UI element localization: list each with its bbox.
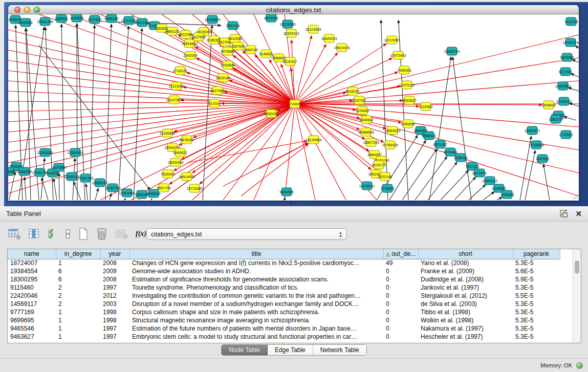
- table-row[interactable]: 969969511998Structural magnetic resonanc…: [8, 316, 560, 324]
- citation-edge-black[interactable]: [399, 20, 408, 200]
- table-cell[interactable]: Tourette syndrome. Phenomenology and cla…: [129, 283, 383, 292]
- network-node[interactable]: 1659695: [401, 120, 415, 128]
- network-node[interactable]: 7485063: [397, 66, 411, 74]
- citation-edge-red[interactable]: [8, 50, 295, 104]
- citation-edge-black[interactable]: [525, 150, 535, 200]
- network-node[interactable]: 2803144: [216, 74, 230, 82]
- network-node[interactable]: 8813054: [264, 14, 278, 22]
- citation-edge-red[interactable]: [8, 104, 295, 193]
- citation-edge-black[interactable]: [110, 193, 111, 200]
- citation-edge-black[interactable]: [564, 117, 576, 120]
- network-node[interactable]: 9463627: [402, 96, 416, 104]
- citation-edge-black[interactable]: [54, 179, 57, 200]
- close-panel-button[interactable]: ✕: [575, 210, 582, 217]
- table-cell[interactable]: 1998: [100, 308, 129, 316]
- table-cell[interactable]: Nakamura et al. (1997): [418, 324, 513, 333]
- table-cell[interactable]: Structural magnetic resonance image aver…: [129, 316, 383, 324]
- network-node[interactable]: 8475685: [221, 47, 234, 55]
- close-window-button[interactable]: [14, 7, 20, 13]
- network-node[interactable]: 15124549: [305, 25, 321, 33]
- citation-edge-red[interactable]: [295, 58, 579, 104]
- network-node[interactable]: 1167552: [536, 155, 550, 163]
- network-node[interactable]: 14138141: [359, 182, 375, 190]
- column-header-short[interactable]: short: [418, 249, 513, 259]
- table-row[interactable]: 911546021997Tourette syndrome. Phenomeno…: [8, 283, 560, 292]
- citation-edge-black[interactable]: [483, 192, 494, 200]
- network-node[interactable]: 1595816: [541, 101, 555, 109]
- table-cell[interactable]: 5.9E-5: [513, 275, 560, 283]
- network-node[interactable]: 8220317: [283, 57, 297, 65]
- network-node[interactable]: 5878334: [180, 136, 193, 144]
- network-node[interactable]: 9857794: [157, 184, 170, 192]
- table-cell[interactable]: 9465546: [8, 324, 56, 333]
- network-node[interactable]: 1627508: [191, 33, 205, 41]
- citation-edge-red[interactable]: [295, 43, 386, 104]
- table-cell[interactable]: 1998: [100, 316, 129, 324]
- table-cell[interactable]: 0: [383, 300, 418, 308]
- table-cell[interactable]: 1997: [100, 324, 129, 333]
- table-cell[interactable]: 2008: [100, 275, 129, 283]
- table-cell[interactable]: Jankovic et al. (1997): [418, 283, 513, 292]
- table-cell[interactable]: Disruption of a novel member of a sodium…: [129, 300, 383, 308]
- table-cell[interactable]: 0: [383, 275, 418, 283]
- network-view[interactable]: 2405572193095420691406146591111065531527…: [8, 14, 579, 200]
- network-node[interactable]: 6879197: [433, 140, 447, 148]
- table-cell[interactable]: 6: [56, 267, 100, 275]
- table-mode-button[interactable]: ⚙: [8, 228, 21, 240]
- tab-edge-table[interactable]: Edge Table: [268, 345, 313, 355]
- citation-edge-black[interactable]: [61, 24, 64, 200]
- citation-edge-red[interactable]: [223, 143, 308, 186]
- network-node[interactable]: 17957255: [77, 174, 93, 182]
- delete-table-button[interactable]: [115, 228, 129, 240]
- column-header-in_degree[interactable]: in_degree: [56, 249, 100, 259]
- network-node[interactable]: 12975115: [399, 81, 415, 89]
- network-node[interactable]: 1093244: [500, 190, 514, 199]
- table-cell[interactable]: 49: [383, 259, 418, 267]
- network-node[interactable]: 12213987: [384, 36, 400, 44]
- citation-edge-red[interactable]: [8, 71, 295, 104]
- network-node[interactable]: 1615172: [372, 161, 385, 169]
- table-cell[interactable]: 2: [56, 283, 100, 292]
- table-cell[interactable]: Investigating the contribution of common…: [129, 292, 383, 300]
- table-row[interactable]: 2242004622012Investigating the contribut…: [8, 292, 560, 300]
- citation-edge-red[interactable]: [254, 104, 295, 200]
- network-node[interactable]: 12213383: [168, 82, 184, 90]
- table-cell[interactable]: Wolkin et al. (1998): [418, 316, 513, 324]
- zoom-window-button[interactable]: [34, 7, 40, 13]
- column-visibility-button[interactable]: [28, 228, 40, 240]
- network-node[interactable]: 10688609: [358, 128, 374, 136]
- network-node[interactable]: 8471876: [472, 169, 486, 177]
- table-cell[interactable]: 0: [383, 333, 418, 341]
- table-cell[interactable]: Hescheler et al. (1997): [418, 333, 513, 341]
- row-merge-button[interactable]: [65, 228, 71, 240]
- citation-edge-red[interactable]: [295, 104, 360, 129]
- table-cell[interactable]: 5.3E-5: [513, 324, 560, 333]
- network-node[interactable]: 1616247: [345, 87, 359, 95]
- table-cell[interactable]: 0: [383, 267, 418, 275]
- node-table[interactable]: namein_degreeyeartitle△ out_de...shortpa…: [7, 249, 581, 343]
- network-node[interactable]: 16033809: [204, 15, 220, 24]
- network-node[interactable]: 15751074: [562, 38, 578, 47]
- network-node[interactable]: 1112028: [564, 17, 578, 26]
- network-node[interactable]: 1770510: [559, 130, 573, 139]
- network-node[interactable]: 6466160: [104, 14, 118, 23]
- table-row[interactable]: 1456911722003Disruption of a novel membe…: [8, 300, 560, 308]
- table-cell[interactable]: 1: [56, 316, 100, 324]
- network-node[interactable]: 19619376: [334, 43, 350, 52]
- network-node[interactable]: 1081072: [549, 115, 562, 123]
- network-node[interactable]: 1527602: [88, 15, 101, 24]
- table-row[interactable]: 1872400712008Changes of HCN gene express…: [8, 259, 560, 267]
- splitter-arrow-icon[interactable]: ▾: [290, 201, 292, 206]
- network-node[interactable]: 19756928: [382, 141, 398, 149]
- citation-edge-red[interactable]: [295, 81, 579, 104]
- table-row[interactable]: 1830029562008Estimation of significance …: [8, 275, 560, 283]
- table-cell[interactable]: 0: [383, 316, 418, 324]
- network-node[interactable]: 12923468: [119, 189, 135, 197]
- table-cell[interactable]: 5.3E-5: [513, 316, 560, 324]
- table-cell[interactable]: 5.6E-5: [513, 267, 560, 275]
- network-node[interactable]: 1830029: [264, 110, 278, 118]
- network-node[interactable]: 9699695: [279, 188, 293, 196]
- column-header-out_de[interactable]: △ out_de...: [383, 249, 418, 259]
- citation-edge-black[interactable]: [497, 197, 502, 200]
- citation-edge-red[interactable]: [186, 73, 295, 104]
